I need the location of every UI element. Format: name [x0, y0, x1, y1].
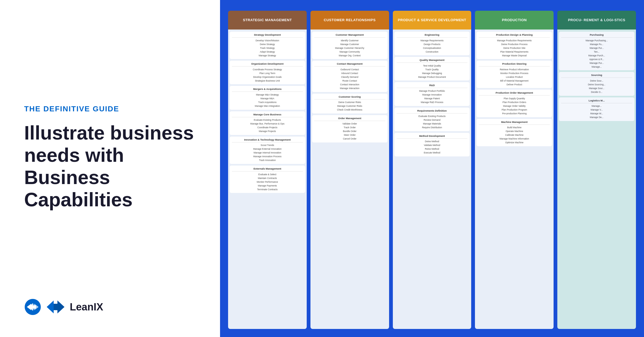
- group-item: Manage W...: [561, 112, 632, 116]
- group-item: Monitor Performance: [232, 180, 303, 184]
- capability-group: Externals ManagementEvaluate & SelectMai…: [230, 166, 305, 193]
- group-item: Manage Innovation Process: [232, 155, 303, 159]
- capability-group: Production Design & PlanningManage Produ…: [477, 32, 552, 59]
- group-item: Manage Customer Risks: [314, 104, 385, 108]
- group-item: Manage Purch...: [561, 54, 632, 57]
- group-item: Design Products: [397, 42, 468, 46]
- capability-group: Strategy DevelopmentDevelop Vision/Missi…: [230, 32, 305, 59]
- group-item: Adapt Strategy: [232, 50, 303, 54]
- group-item: Calibrate Machine: [479, 133, 550, 137]
- column-header-procurement: PROCU- REMENT & LOGI-STICS: [557, 11, 636, 30]
- group-item: Inbound Contact: [314, 71, 385, 75]
- group-item: Deine Production Process: [479, 42, 550, 46]
- left-panel: THE DEFINITIVE GUIDE Illustrate business…: [0, 0, 220, 337]
- group-item: Manage Patent: [397, 97, 468, 100]
- group-item: Ten...: [561, 50, 632, 54]
- group-item: Reine Method: [397, 147, 468, 151]
- group-item: Monitor Production Process: [479, 71, 550, 75]
- logo-area: LeanIX: [24, 298, 103, 316]
- group-item: Track Order: [314, 126, 385, 130]
- capability-group: PurchasingManage Purchasing...Manage Pu.…: [559, 32, 634, 70]
- group-item: Validate Method: [397, 144, 468, 147]
- group-item: Manage Community: [314, 50, 385, 54]
- group-item: Plan Production Program: [479, 108, 550, 112]
- group-item: Operate Machine: [479, 130, 550, 133]
- group-item: Strategize Business Unit: [232, 79, 303, 83]
- group-item: Manage Pur...: [561, 61, 632, 65]
- right-panel: STRATEGIC MANAGEMENTStrategy Development…: [220, 0, 644, 337]
- column-strategic: STRATEGIC MANAGEMENTStrategy Development…: [228, 11, 307, 329]
- leanix-logo: [46, 299, 65, 314]
- group-item: Manage Product Document: [397, 75, 468, 79]
- group-title: Sourcing: [561, 74, 632, 78]
- column-header-production: PRODUCTION: [475, 11, 554, 30]
- group-item: Manage M&A: [232, 97, 303, 100]
- column-body-product: EngineeringManage RequirementsDesign Pro…: [393, 30, 471, 329]
- group-item: Evaluate Existing Products: [232, 118, 303, 122]
- group-item: Conceptualization: [397, 46, 468, 50]
- leanix-logo-icon: [24, 298, 41, 316]
- group-item: Manage Projects: [232, 130, 303, 133]
- group-title: Mergers & Acquisitions: [232, 87, 303, 92]
- capability-group: Order ManagementValidate OrderTrack Orde…: [312, 115, 387, 142]
- group-item: Track Quality: [397, 68, 468, 71]
- group-item: Deine Production Site: [479, 46, 550, 50]
- group-item: Plan Supply Quantity: [479, 97, 550, 100]
- group-item: Develop Organization Goals: [232, 75, 303, 79]
- column-body-customer: Customer ManagementIdentify CustomerMana…: [310, 30, 389, 329]
- group-title: Organization Development: [232, 62, 303, 67]
- group-item: Optimize Machine: [479, 141, 550, 145]
- capability-group: Organization DevelopmentCoordinate Proce…: [230, 61, 305, 84]
- group-item: Terminate Contracts: [232, 188, 303, 191]
- group-item: Manage Innovation: [397, 93, 468, 97]
- capability-group: SourcingDeine Sour...Deine Sourcing...Ma…: [559, 72, 634, 96]
- group-title: Production Order Management: [479, 91, 550, 96]
- group-item: Plan Long Term: [232, 71, 303, 75]
- group-item: Manage V...: [561, 108, 632, 112]
- group-item: Evaluate Existing Products: [397, 115, 468, 118]
- group-item: Manage Debugging: [397, 71, 468, 75]
- capability-group: Logistics M...Manage...Manage V...Manage…: [559, 97, 634, 121]
- group-item: Manage External Innovation: [232, 147, 303, 151]
- capability-group: Contact ManagementOutbound ContactInboun…: [312, 61, 387, 92]
- group-item: Retrieve Product Information: [479, 68, 550, 71]
- group-item: Outbound Contact: [314, 68, 385, 71]
- group-item: Bundle Order: [314, 130, 385, 133]
- group-item: Check Credit-Worthiness: [314, 108, 385, 112]
- group-item: Review Demand: [397, 118, 468, 122]
- column-header-customer: CUSTOMER RELATIONSHIPS: [310, 11, 389, 30]
- group-item: Manage M&A Strategy: [232, 93, 303, 97]
- group-item: Manage Internal Innovation: [232, 151, 303, 155]
- group-item: Manage Waste Disposal: [479, 54, 550, 57]
- group-item: Manage Payments: [232, 184, 303, 188]
- group-item: Manage Requirements: [397, 39, 468, 42]
- group-item: Pre-production Planning: [479, 112, 550, 116]
- group-item: Cancel Order: [314, 137, 385, 141]
- group-item: Deine Strategy: [232, 42, 303, 46]
- group-item: Manage Pu...: [561, 42, 632, 46]
- group-title: Requirements Definition: [397, 109, 468, 113]
- group-item: Manage Org. Context: [314, 54, 385, 57]
- group-item: Plan Production Orders: [479, 101, 550, 104]
- group-item: Contact Interaction: [314, 83, 385, 86]
- group-item: Manage R&D Process: [397, 101, 468, 104]
- capability-group: Customer ScoringDeine Customer RisksMana…: [312, 94, 387, 113]
- capability-group: EngineeringManage RequirementsDesign Pro…: [394, 32, 470, 55]
- group-item: Plan Material Requirements: [479, 50, 550, 54]
- capability-group: Innovation & Technology ManagementScout …: [230, 137, 305, 164]
- group-item: Coordinate Projects: [232, 126, 303, 130]
- column-production: PRODUCTIONProduction Design & PlanningMa…: [475, 11, 554, 329]
- group-item: Manage...: [561, 65, 632, 69]
- group-item: Manage M&A Integration: [232, 104, 303, 108]
- main-heading: Illustrate business needs with Business …: [24, 122, 196, 211]
- group-title: Contact Management: [314, 62, 385, 67]
- group-item: Manage Interaction: [314, 86, 385, 90]
- group-item: Identify Customer: [314, 39, 385, 42]
- group-item: Coordinate Process Strategy: [232, 68, 303, 71]
- group-title: Method Development: [397, 134, 468, 139]
- group-title: Production Steering: [479, 62, 550, 67]
- group-item: Manage Product Portfolio: [397, 89, 468, 93]
- capability-group: Method DevelopmentDeine MethodValidate M…: [394, 133, 470, 156]
- group-item: Deine Method: [397, 140, 468, 144]
- group-item: Validate Order: [314, 122, 385, 126]
